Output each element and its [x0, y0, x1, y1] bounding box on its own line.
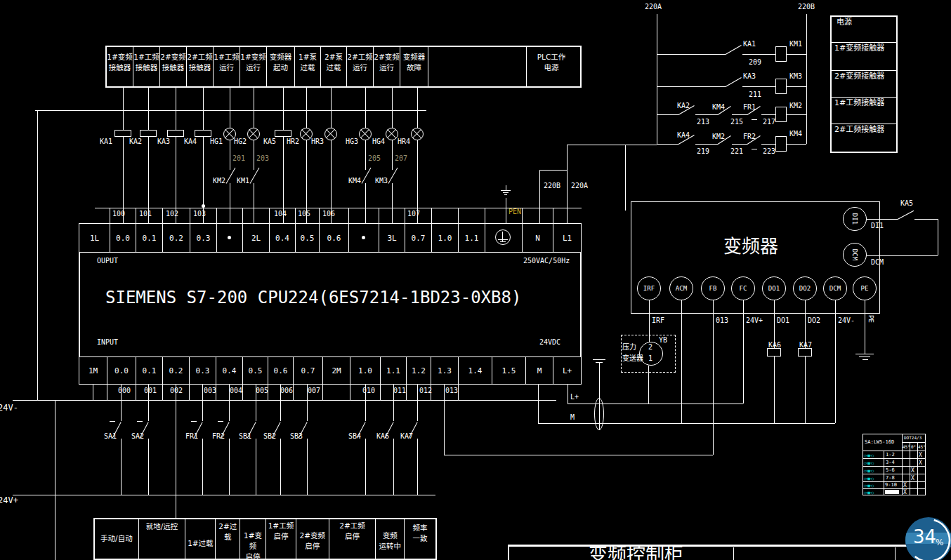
lamp-hg3	[359, 128, 372, 140]
wire	[743, 300, 744, 404]
table-line	[863, 488, 926, 489]
coil-label: KM3	[789, 72, 802, 80]
table-cell: 1#变频接触器	[107, 47, 133, 86]
switch-contact-icon: ○─■─○	[864, 483, 873, 488]
cell-text: 启停	[266, 531, 296, 542]
inverter-terminal-dcm: DCM	[843, 243, 867, 267]
wire	[148, 88, 149, 130]
strip-tick	[380, 385, 381, 400]
strip-tick	[348, 208, 349, 223]
cell-text: 过载	[321, 62, 346, 73]
cell-text: 运行	[240, 62, 266, 73]
wire	[657, 144, 678, 145]
strip-tick	[242, 208, 243, 223]
plc-terminal: 0.0	[107, 356, 136, 385]
wire	[914, 219, 938, 220]
plc-terminal: 1.4	[458, 356, 492, 385]
cell-text: 过载	[295, 62, 320, 73]
wire	[280, 439, 281, 495]
device-label: HG1	[210, 138, 223, 145]
plc-output-label: OUPUT	[97, 257, 118, 265]
cell-text: 1#变频	[107, 52, 133, 62]
plc-terminal: 1.3	[431, 356, 459, 385]
coil-ka4	[195, 130, 211, 137]
table-line	[902, 434, 903, 495]
wire	[539, 170, 568, 171]
table-cell: 2#工频接触器	[187, 47, 214, 86]
strip-tick	[458, 385, 459, 400]
cable-marker	[594, 398, 604, 430]
inverter-title: 变频器	[723, 236, 778, 257]
wire	[732, 114, 747, 115]
wire	[444, 385, 445, 455]
wire-label-220b: 220B	[544, 182, 560, 189]
earth-terminal-icon	[498, 239, 508, 240]
table-cell: 变频器起动	[267, 47, 295, 86]
wire	[774, 356, 775, 423]
device-label: HG2	[234, 138, 247, 145]
plc-title: SIEMENS S7-200 CPU224(6ES7214-1BD23-0XB8…	[105, 288, 521, 307]
plc-terminal: 0.3	[189, 356, 216, 385]
wire	[13, 495, 435, 495]
wire-number: 205	[368, 154, 381, 162]
cell-text: 2#变频	[374, 52, 400, 62]
wire	[121, 385, 122, 421]
cell-text: 启停	[296, 541, 329, 552]
strip-line	[95, 208, 582, 208]
strip-line	[13, 400, 556, 401]
cell-text: 运行	[214, 62, 240, 73]
plc-terminal: 2M	[322, 356, 350, 385]
sa-mark: X	[903, 489, 907, 495]
rail-label-24vminus: 24V-	[0, 404, 18, 412]
terminal-text: DCM	[851, 249, 858, 260]
plc-terminal: 1.5	[492, 356, 526, 385]
legend-text: 1#变频接触器	[834, 43, 896, 53]
plc-terminal: 0.5	[295, 223, 320, 253]
sa-mark: X	[911, 467, 914, 474]
legend-table: 电源 1#变频接触器 2#变频接触器 1#工频接触器 2#工频接触器	[830, 15, 898, 153]
strip-tick	[107, 385, 107, 400]
contact-label: KM2	[213, 177, 225, 185]
wire	[121, 439, 122, 495]
table-cell: 2#变频运行	[374, 47, 400, 86]
wire	[392, 183, 393, 223]
wire-label: 24V+	[746, 316, 763, 324]
wire	[417, 88, 418, 128]
dot-terminal	[228, 236, 231, 239]
device-label: HG4	[372, 138, 385, 145]
legend-row: 1#工频接触器	[832, 98, 896, 124]
plc-terminal: L+	[553, 356, 582, 385]
device-label: KA2	[129, 138, 142, 145]
wire	[805, 356, 806, 423]
progress-badge[interactable]: 34 %	[905, 516, 951, 560]
wire	[867, 255, 938, 256]
table-cell: 1#工频运行	[214, 47, 240, 86]
wire-number: 105	[298, 210, 310, 218]
contact-km2-aux	[226, 168, 236, 184]
cell-text: 运行	[374, 62, 400, 73]
wire-number: 223	[763, 147, 775, 155]
m-label: M	[570, 413, 575, 421]
contact-label: KM4	[712, 103, 725, 111]
strip-tick	[242, 385, 243, 400]
wire	[657, 114, 678, 115]
sa-mark: X	[911, 475, 914, 481]
wire	[55, 400, 55, 560]
contact-ka1	[726, 45, 742, 55]
selector-tick	[137, 421, 143, 422]
cell-text: 1#工频	[214, 52, 240, 62]
device-label: KA1	[100, 138, 112, 145]
inverter-terminal: DO1	[762, 276, 786, 300]
strip-tick	[379, 208, 379, 223]
wire	[280, 385, 281, 421]
wire	[787, 86, 806, 87]
strip-tick	[216, 208, 217, 223]
plc-terminal: 0.7	[405, 223, 432, 253]
contact-km4-aux	[362, 168, 372, 184]
cell-text: 变频器	[400, 52, 428, 62]
cell-text: 1#变频	[240, 531, 265, 552]
selector-tick	[218, 421, 223, 422]
plc-terminal: 2L	[242, 223, 270, 253]
strip-tick	[350, 385, 350, 400]
wire	[752, 149, 757, 149]
